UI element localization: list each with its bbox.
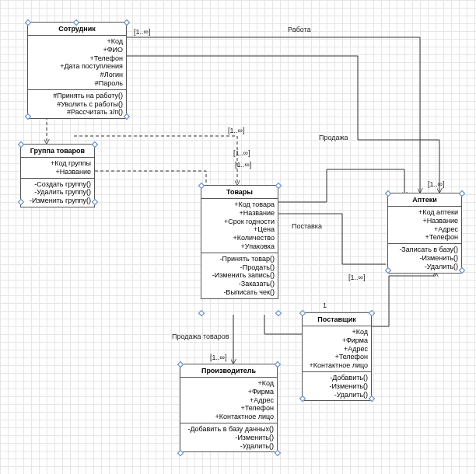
class-product-group[interactable]: Группа товаров +Код группы +Название -Со… [20,144,95,207]
class-product-group-title: Группа товаров [21,145,94,158]
attr-row: +Цена [254,225,275,234]
op-row: -Изменить() [329,382,368,391]
attr-row: +Адрес [344,345,368,354]
op-row: -Удалить группу() [34,188,91,197]
label-sale: Продажа [319,134,348,141]
class-goods-ops: -Принять товар() -Продать() -Изменить за… [201,253,278,298]
attr-row: +Упаковка [241,242,275,251]
assoc-group-goods [95,171,206,190]
attr-row: #Пароль [95,79,123,88]
op-row: -Удалить() [425,263,458,271]
class-manufacturer-ops: -Добавить в базу данных() -Изменить() -У… [180,423,277,451]
attr-row: +Фирма [342,336,368,345]
attr-row: +Код [257,379,274,388]
op-row: #Уволить с работы() [57,100,123,109]
op-row: -Удалить() [240,442,274,451]
attr-row: +Телефон [425,233,458,242]
class-manufacturer-title: Производитель [180,364,277,378]
assoc-goods-pharmacy-extra [278,214,386,264]
attr-row: +Срок годности [224,218,275,226]
attr-row: +Контактное лицо [215,413,274,421]
assoc-work [127,37,420,193]
class-goods-attrs: +Код товара +Название +Срок годности +Це… [201,199,278,253]
assoc-delivery [278,169,404,202]
attr-row: +Код [107,37,123,46]
attr-row: +Контактное лицо [310,361,368,370]
class-pharmacies-ops: -Записать в базу() -Изменить() -Удалить(… [388,244,461,272]
op-row: -Изменить() [419,254,458,263]
class-goods-title: Товары [201,186,278,199]
attr-row: +Код группы [51,159,91,168]
attr-row: +Адрес [250,396,274,405]
op-row: -Добавить в базу данных() [187,425,274,434]
assoc-sale [127,56,439,193]
class-goods[interactable]: Товары +Код товара +Название +Срок годно… [201,185,278,299]
class-product-group-attrs: +Код группы +Название [21,158,94,179]
class-pharmacies[interactable]: Аптеки +Код аптеки +Название +Адрес +Тел… [387,193,462,274]
op-row: -Продать() [240,263,275,272]
op-row: #Принять на работу() [53,92,123,100]
attr-row: +Название [240,209,275,218]
assoc-supplier-pharmacy [372,272,436,326]
op-row: -Заказать() [239,280,275,288]
class-pharmacies-attrs: +Код аптеки +Название +Адрес +Телефон [388,207,461,244]
label-delivery: Поставка [292,222,322,230]
op-row: #Рассчитать з/п() [67,108,123,117]
class-supplier-attrs: +Код +Фирма +Адрес +Телефон +Контактное … [303,326,371,372]
attr-row: +Количество [233,234,275,242]
attr-row: +Телефон [334,353,368,361]
mult-work-2: [1..∞] [428,180,444,188]
op-row: -Изменить запись() [212,271,275,280]
class-supplier[interactable]: Поставщик +Код +Фирма +Адрес +Телефон +К… [302,312,372,401]
mult-sale-1: [1..∞] [233,149,250,157]
class-supplier-ops: -Добавить() -Изменить() -Удалить() [303,372,371,400]
op-row: -Изменить группу() [30,197,91,205]
class-manufacturer-attrs: +Код +Фирма +Адрес +Телефон +Контактное … [180,378,277,423]
op-row: -Принять товар() [220,255,275,263]
attr-row: +Телефон [240,404,274,413]
class-manufacturer[interactable]: Производитель +Код +Фирма +Адрес +Телефо… [180,364,278,452]
attr-row: #Логин [100,71,123,79]
attr-row: +Название [423,217,458,225]
class-employee-attrs: +Код +ФИО +Телефон +Дата поступления #Ло… [28,36,126,90]
op-row: -Добавить() [330,374,368,382]
selection-handle[interactable] [275,450,281,456]
mult-work-1: [1..∞] [134,28,150,36]
diagram-canvas[interactable]: Работа [1..∞] [1..∞] Продажа [1..∞] [1..… [0,0,476,474]
attr-row: +Код аптеки [418,208,458,217]
attr-row: +Адрес [434,225,458,234]
attr-row: +Телефон [89,54,123,63]
class-product-group-ops: -Создать группу() -Удалить группу() -Изм… [21,179,94,207]
attr-row: +Фирма [248,388,274,396]
mult-group-goods: [1..∞] [228,127,244,134]
attr-row: +Название [56,168,91,176]
selection-handle[interactable] [198,310,205,316]
selection-handle[interactable] [275,310,282,316]
op-row: -Изменить() [235,434,274,442]
mult-sale-2: [1..∞] [235,161,251,169]
op-row: -Удалить() [334,391,368,399]
op-row: -Выписать чек() [223,288,275,297]
attr-row: +Код [352,328,368,336]
mult-delivery-2: [1..∞] [348,274,365,281]
label-goods-sale: Продажа товаров [172,333,229,340]
op-row: -Записать в базу() [399,246,458,254]
class-employee[interactable]: Сотрудник +Код +ФИО +Телефон +Дата посту… [27,22,127,119]
class-employee-ops: #Принять на работу() #Уволить с работы()… [28,90,126,118]
assoc-emp-goods-dep [74,136,237,185]
class-pharmacies-title: Аптеки [388,193,461,207]
op-row: -Создать группу() [34,180,91,189]
attr-row: +Код товара [234,200,275,209]
class-supplier-title: Поставщик [303,313,371,326]
attr-row: +Дата поступления [60,62,123,71]
mult-supplier-one: 1 [323,301,327,309]
label-work: Работа [288,26,311,33]
mult-goods-sale: [1..∞] [210,354,226,361]
attr-row: +ФИО [103,46,123,54]
